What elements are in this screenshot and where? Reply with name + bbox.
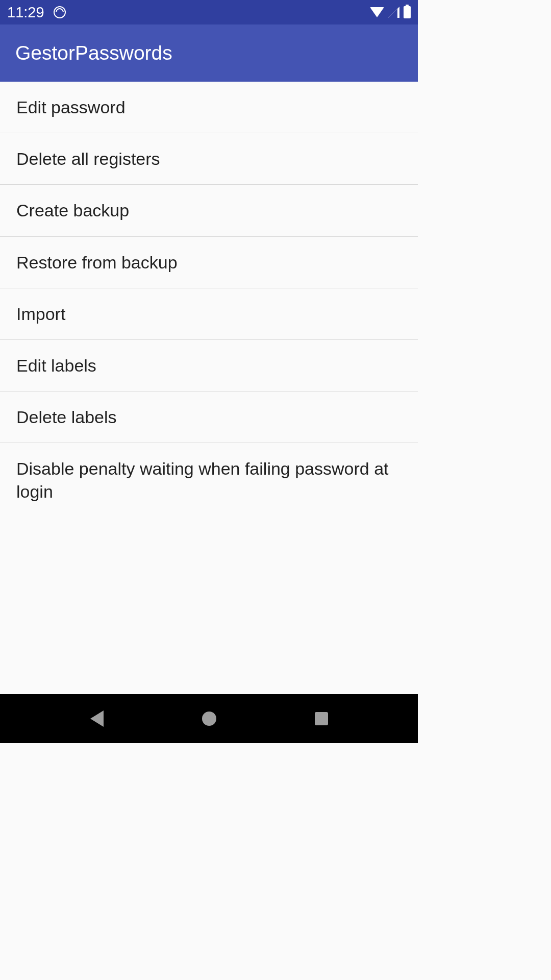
app-title: GestorPasswords — [15, 42, 172, 64]
status-bar: 11:29 — [0, 0, 418, 24]
menu-item-edit-labels[interactable]: Edit labels — [0, 340, 418, 391]
status-bar-right — [370, 6, 411, 18]
menu-item-label: Disable penalty waiting when failing pas… — [16, 457, 402, 502]
cell-signal-icon — [388, 7, 399, 18]
nav-recent-button[interactable] — [315, 712, 328, 725]
nav-back-button[interactable] — [90, 710, 104, 727]
menu-item-label: Edit labels — [16, 354, 96, 377]
status-bar-left: 11:29 — [7, 4, 66, 21]
settings-list: Edit password Delete all registers Creat… — [0, 82, 418, 694]
menu-item-label: Create backup — [16, 199, 129, 222]
menu-item-create-backup[interactable]: Create backup — [0, 185, 418, 236]
menu-item-restore-from-backup[interactable]: Restore from backup — [0, 237, 418, 288]
dnd-icon — [54, 6, 66, 18]
menu-item-edit-password[interactable]: Edit password — [0, 82, 418, 133]
navigation-bar — [0, 694, 418, 743]
nav-home-button[interactable] — [202, 712, 216, 726]
battery-icon — [404, 6, 411, 18]
menu-item-delete-labels[interactable]: Delete labels — [0, 391, 418, 443]
menu-item-label: Import — [16, 303, 65, 325]
wifi-icon — [370, 7, 384, 17]
status-time: 11:29 — [7, 4, 44, 21]
app-bar: GestorPasswords — [0, 24, 418, 82]
menu-item-disable-penalty[interactable]: Disable penalty waiting when failing pas… — [0, 443, 418, 517]
menu-item-label: Delete labels — [16, 406, 117, 428]
menu-item-delete-all-registers[interactable]: Delete all registers — [0, 133, 418, 185]
menu-item-label: Edit password — [16, 96, 126, 118]
menu-item-import[interactable]: Import — [0, 288, 418, 340]
menu-item-label: Delete all registers — [16, 148, 160, 170]
menu-item-label: Restore from backup — [16, 251, 178, 274]
